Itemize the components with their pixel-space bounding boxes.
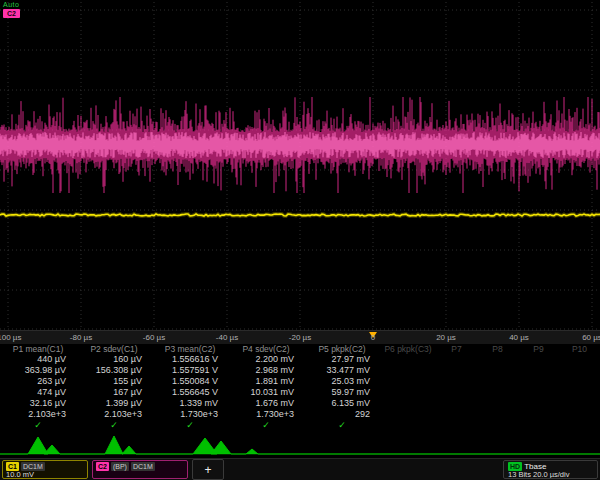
- measurement-value: 1.399 µV: [76, 398, 152, 409]
- trend-plot: [0, 428, 600, 458]
- c2-coupling: DC1M: [131, 462, 155, 471]
- measurement-value: 1.556616 V: [152, 354, 228, 365]
- measurement-value: [477, 377, 518, 388]
- measurement-column-header[interactable]: P1 mean(C1): [0, 344, 76, 354]
- measurement-value: 1.730e+3: [228, 409, 304, 420]
- measurement-value: 1.557591 V: [152, 365, 228, 376]
- measurement-value: [436, 398, 477, 409]
- measurement-column: P6 pkpk(C3): [380, 344, 436, 430]
- measurement-value: [436, 377, 477, 388]
- measurement-value: 1.891 mV: [228, 376, 304, 387]
- measurement-column-header[interactable]: P2 sdev(C1): [76, 344, 152, 354]
- measurement-value: 1.339 mV: [152, 398, 228, 409]
- measurement-column: P3 mean(C2)1.556616 V1.557591 V1.550084 …: [152, 344, 228, 430]
- measurement-value: [380, 409, 436, 420]
- channel-descriptor-c1[interactable]: C1 DC1M 10.0 mV: [2, 460, 88, 479]
- measurement-value: [518, 377, 559, 388]
- time-axis-label: -40 µs: [216, 333, 238, 342]
- measurement-value: [559, 355, 600, 366]
- measurement-value: [559, 377, 600, 388]
- measurement-value: 1.730e+3: [152, 409, 228, 420]
- measurement-value: 474 µV: [0, 387, 76, 398]
- measurement-value: [518, 398, 559, 409]
- measurement-column: P9: [518, 344, 559, 430]
- measurement-value: [380, 388, 436, 399]
- measurement-value: [477, 355, 518, 366]
- measurement-value: 25.03 mV: [304, 376, 380, 387]
- measurement-value: 263 µV: [0, 376, 76, 387]
- measurement-column-header[interactable]: P6 pkpk(C3): [380, 344, 436, 355]
- time-axis-label: -60 µs: [143, 333, 165, 342]
- measurement-value: [559, 409, 600, 420]
- measurement-value: [518, 409, 559, 420]
- measurement-column: P10: [559, 344, 600, 430]
- measurement-column: P4 sdev(C2)2.200 mV2.968 mV1.891 mV10.03…: [228, 344, 304, 430]
- measurement-column: P1 mean(C1)440 µV363.98 µV263 µV474 µV32…: [0, 344, 76, 430]
- timebase-descriptor[interactable]: HD Tbase 13 Bits 20.0 µs/div: [503, 460, 598, 479]
- measurement-value: 6.135 mV: [304, 398, 380, 409]
- measurement-value: 2.200 mV: [228, 354, 304, 365]
- measurement-value: 292: [304, 409, 380, 420]
- time-axis-label: 0: [371, 333, 375, 342]
- measurement-value: 32.16 µV: [0, 398, 76, 409]
- measurement-value: 2.103e+3: [0, 409, 76, 420]
- measurement-column-header[interactable]: P9: [518, 344, 559, 355]
- measurement-value: [436, 409, 477, 420]
- measurement-value: 160 µV: [76, 354, 152, 365]
- measurement-value: 1.676 mV: [228, 398, 304, 409]
- measurement-column-header[interactable]: P5 pkpk(C2): [304, 344, 380, 354]
- trace-badge-c2: C2: [3, 9, 20, 18]
- measurement-value: 2.968 mV: [228, 365, 304, 376]
- measurement-value: [477, 388, 518, 399]
- measurement-value: [380, 377, 436, 388]
- measurement-value: 156.308 µV: [76, 365, 152, 376]
- measurement-value: [477, 398, 518, 409]
- measurement-value: 33.477 mV: [304, 365, 380, 376]
- measurement-value: 363.98 µV: [0, 365, 76, 376]
- timebase-bits: 13 Bits: [508, 470, 531, 479]
- measurement-column: P7: [436, 344, 477, 430]
- measurement-column-header[interactable]: P3 mean(C2): [152, 344, 228, 354]
- measurement-value: [559, 366, 600, 377]
- measurement-value: [518, 366, 559, 377]
- measurement-value: 27.97 mV: [304, 354, 380, 365]
- measurement-value: [436, 355, 477, 366]
- measurement-column: P2 sdev(C1)160 µV156.308 µV155 µV167 µV1…: [76, 344, 152, 430]
- measurement-value: 10.031 mV: [228, 387, 304, 398]
- measurement-value: [436, 388, 477, 399]
- measurement-value: 440 µV: [0, 354, 76, 365]
- timebase-tdiv: 20.0 µs/div: [533, 470, 569, 479]
- measurement-value: 2.103e+3: [76, 409, 152, 420]
- measurement-value: 167 µV: [76, 387, 152, 398]
- measurement-value: 1.550084 V: [152, 376, 228, 387]
- measurement-column: P5 pkpk(C2)27.97 mV33.477 mV25.03 mV59.9…: [304, 344, 380, 430]
- measurement-value: 1.556645 V: [152, 387, 228, 398]
- measurement-value: [477, 366, 518, 377]
- measurement-column-header[interactable]: P4 sdev(C2): [228, 344, 304, 354]
- measurement-value: [380, 366, 436, 377]
- c2-bandpass-badge: (BP): [111, 462, 129, 471]
- measurement-column-header[interactable]: P7: [436, 344, 477, 355]
- measurement-column-header[interactable]: P8: [477, 344, 518, 355]
- measurement-value: 59.97 mV: [304, 387, 380, 398]
- c2-label: C2: [96, 462, 109, 471]
- acquisition-status: Auto: [3, 1, 19, 8]
- measurement-column-header[interactable]: P10: [559, 344, 600, 355]
- time-axis-label: 60 µs: [582, 333, 600, 342]
- measurement-value: [518, 355, 559, 366]
- measurement-value: [436, 366, 477, 377]
- time-axis-label: 40 µs: [509, 333, 529, 342]
- time-axis-label: -100 µs: [0, 333, 21, 342]
- measurement-value: [477, 409, 518, 420]
- measurement-table: P1 mean(C1)440 µV363.98 µV263 µV474 µV32…: [0, 344, 600, 430]
- time-axis-label: -20 µs: [289, 333, 311, 342]
- time-axis-label: -80 µs: [70, 333, 92, 342]
- c1-vdiv: 10.0 mV: [6, 471, 84, 479]
- channel-descriptor-c2[interactable]: C2 (BP) DC1M: [92, 460, 188, 479]
- measurement-value: 155 µV: [76, 376, 152, 387]
- add-trace-button[interactable]: +: [192, 459, 224, 480]
- measurement-value: [518, 388, 559, 399]
- descriptor-bar: C1 DC1M 10.0 mV C2 (BP) DC1M + HD Tbase …: [0, 458, 600, 480]
- measurement-value: [559, 398, 600, 409]
- measurement-value: [559, 388, 600, 399]
